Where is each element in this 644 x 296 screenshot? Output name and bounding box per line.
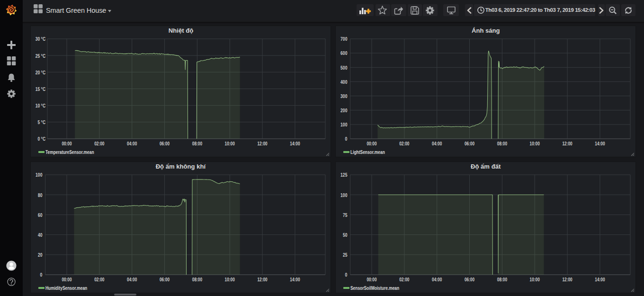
svg-text:50: 50 [343, 233, 348, 238]
svg-text:10:00: 10:00 [530, 141, 540, 146]
svg-text:60: 60 [38, 213, 43, 218]
svg-text:14:00: 14:00 [290, 141, 300, 146]
svg-text:15 °C: 15 °C [36, 87, 46, 92]
svg-text:100: 100 [340, 193, 348, 198]
svg-text:300: 300 [340, 94, 348, 99]
svg-text:25: 25 [343, 252, 348, 258]
svg-text:75: 75 [343, 213, 348, 218]
svg-text:14:00: 14:00 [595, 141, 605, 146]
svg-text:02:00: 02:00 [399, 141, 409, 146]
svg-text:12:00: 12:00 [563, 277, 572, 282]
svg-text:0: 0 [345, 272, 348, 278]
svg-text:14:00: 14:00 [595, 277, 605, 282]
svg-text:0: 0 [345, 136, 348, 142]
svg-text:08:00: 08:00 [497, 277, 507, 282]
svg-text:20 °C: 20 °C [36, 70, 46, 75]
svg-text:12:00: 12:00 [258, 277, 268, 282]
svg-text:25 °C: 25 °C [36, 54, 46, 59]
svg-text:200: 200 [340, 108, 348, 113]
svg-text:10:00: 10:00 [530, 277, 540, 282]
svg-text:14:00: 14:00 [290, 277, 300, 282]
svg-text:10:00: 10:00 [225, 141, 235, 146]
svg-text:00:00: 00:00 [62, 141, 72, 146]
svg-text:08:00: 08:00 [192, 141, 202, 146]
svg-text:00:00: 00:00 [367, 141, 376, 146]
svg-text:02:00: 02:00 [94, 141, 104, 146]
svg-text:04:00: 04:00 [432, 141, 442, 146]
svg-text:08:00: 08:00 [497, 141, 507, 146]
svg-text:08:00: 08:00 [192, 277, 202, 282]
svg-text:20: 20 [38, 252, 43, 258]
svg-text:500: 500 [340, 65, 348, 71]
svg-text:12:00: 12:00 [258, 141, 268, 146]
svg-text:02:00: 02:00 [94, 277, 104, 282]
svg-text:02:00: 02:00 [399, 277, 409, 282]
svg-text:600: 600 [340, 51, 348, 56]
svg-text:0: 0 [40, 272, 43, 278]
svg-text:5 °C: 5 °C [38, 120, 46, 125]
svg-text:700: 700 [340, 36, 348, 42]
svg-text:30 °C: 30 °C [36, 36, 46, 42]
svg-text:06:00: 06:00 [160, 277, 170, 282]
svg-text:80: 80 [38, 193, 43, 198]
svg-text:06:00: 06:00 [465, 277, 474, 282]
svg-text:04:00: 04:00 [127, 277, 137, 282]
svg-text:04:00: 04:00 [127, 141, 137, 146]
svg-text:00:00: 00:00 [367, 277, 376, 282]
svg-text:04:00: 04:00 [432, 277, 442, 282]
svg-text:10:00: 10:00 [225, 277, 235, 282]
svg-text:0 °C: 0 °C [38, 136, 46, 142]
svg-text:400: 400 [340, 80, 348, 85]
svg-text:125: 125 [340, 172, 348, 178]
svg-text:06:00: 06:00 [465, 141, 474, 146]
svg-text:00:00: 00:00 [62, 277, 72, 282]
svg-text:10 °C: 10 °C [36, 103, 46, 108]
svg-text:06:00: 06:00 [160, 141, 170, 146]
svg-text:100: 100 [36, 172, 43, 178]
svg-text:100: 100 [340, 122, 348, 127]
svg-text:40: 40 [38, 233, 43, 238]
svg-text:12:00: 12:00 [563, 141, 572, 146]
